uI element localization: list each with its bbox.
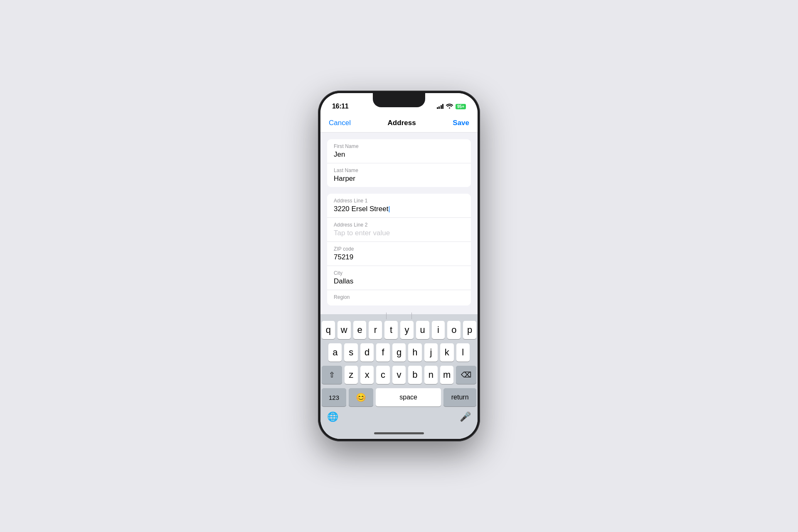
nav-bar: Cancel Address Save [320, 114, 478, 133]
key-q[interactable]: q [322, 321, 335, 339]
zip-field[interactable]: ZIP code 75219 [327, 242, 471, 266]
last-name-label: Last Name [334, 167, 464, 173]
last-name-value: Harper [334, 175, 464, 183]
key-s[interactable]: s [344, 343, 357, 362]
emoji-key[interactable]: 😊 [349, 388, 373, 406]
key-g[interactable]: g [392, 343, 406, 362]
address-line2-label: Address Line 2 [334, 222, 464, 228]
key-z[interactable]: z [345, 366, 358, 384]
key-x[interactable]: x [360, 366, 374, 384]
last-name-field[interactable]: Last Name Harper [327, 163, 471, 187]
signal-bars-icon [437, 104, 444, 109]
mic-icon[interactable]: 🎤 [460, 411, 471, 422]
first-name-field[interactable]: First Name Jen [327, 139, 471, 163]
globe-icon[interactable]: 🌐 [327, 411, 338, 422]
key-k[interactable]: k [440, 343, 453, 362]
phone-frame: 16:11 95+ Cance [318, 91, 480, 441]
keyboard-row-1: q w e r t y u i o p [322, 321, 476, 339]
city-label: City [334, 270, 464, 276]
address-line2-placeholder: Tap to enter value [334, 229, 464, 237]
key-c[interactable]: c [376, 366, 389, 384]
cancel-button[interactable]: Cancel [329, 119, 351, 127]
key-y[interactable]: y [400, 321, 414, 339]
name-section: First Name Jen Last Name Harper [327, 139, 471, 187]
key-e[interactable]: e [353, 321, 367, 339]
key-h[interactable]: h [408, 343, 421, 362]
status-icons: 95+ [437, 103, 466, 110]
key-p[interactable]: p [463, 321, 476, 339]
numbers-key[interactable]: 123 [322, 388, 346, 406]
form-content: First Name Jen Last Name Harper Address … [320, 133, 478, 314]
keyboard-rows: q w e r t y u i o p a s d f g [320, 318, 478, 408]
status-time: 16:11 [332, 103, 348, 110]
return-key[interactable]: return [443, 388, 476, 406]
key-f[interactable]: f [376, 343, 389, 362]
region-field[interactable]: Region [327, 290, 471, 305]
key-v[interactable]: v [392, 366, 406, 384]
notch [373, 93, 425, 107]
first-name-value: Jen [334, 150, 464, 159]
keyboard-bottom-row: 🌐 🎤 [320, 408, 478, 427]
address-line1-field[interactable]: Address Line 1 3220 Ersel Street [327, 194, 471, 218]
city-value: Dallas [334, 277, 464, 286]
key-b[interactable]: b [408, 366, 421, 384]
key-o[interactable]: o [447, 321, 461, 339]
key-l[interactable]: l [456, 343, 470, 362]
zip-value: 75219 [334, 253, 464, 261]
page-title: Address [388, 119, 416, 127]
battery-icon: 95+ [456, 104, 466, 109]
space-key[interactable]: space [376, 388, 441, 406]
phone-screen: 16:11 95+ Cance [320, 93, 478, 439]
key-t[interactable]: t [384, 321, 398, 339]
keyboard-row-3: ⇧ z x c v b n m ⌫ [322, 366, 476, 384]
key-a[interactable]: a [328, 343, 342, 362]
key-u[interactable]: u [416, 321, 429, 339]
address-line1-label: Address Line 1 [334, 198, 464, 204]
city-field[interactable]: City Dallas [327, 266, 471, 290]
address-section: Address Line 1 3220 Ersel Street Address… [327, 194, 471, 305]
home-bar [374, 432, 424, 434]
key-n[interactable]: n [424, 366, 438, 384]
key-j[interactable]: j [424, 343, 438, 362]
save-button[interactable]: Save [453, 119, 469, 127]
keyboard-row-4: 123 😊 space return [322, 388, 476, 406]
key-d[interactable]: d [360, 343, 374, 362]
first-name-label: First Name [334, 143, 464, 149]
key-r[interactable]: r [369, 321, 382, 339]
home-indicator [320, 427, 478, 439]
key-m[interactable]: m [440, 366, 453, 384]
address-line1-value: 3220 Ersel Street [334, 205, 464, 213]
keyboard: q w e r t y u i o p a s d f g [320, 314, 478, 439]
key-i[interactable]: i [432, 321, 445, 339]
key-w[interactable]: w [337, 321, 351, 339]
wifi-icon [446, 103, 453, 110]
zip-label: ZIP code [334, 246, 464, 252]
keyboard-row-2: a s d f g h j k l [322, 343, 476, 362]
keyboard-top-bar [320, 314, 478, 318]
shift-key[interactable]: ⇧ [322, 366, 342, 384]
backspace-key[interactable]: ⌫ [456, 366, 476, 384]
region-label: Region [334, 294, 464, 300]
address-line2-field[interactable]: Address Line 2 Tap to enter value [327, 218, 471, 242]
